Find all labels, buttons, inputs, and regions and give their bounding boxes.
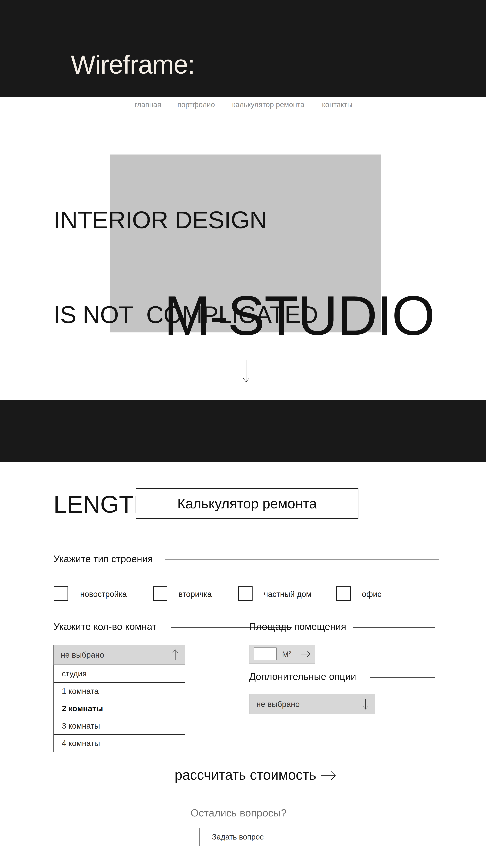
divider-band-top	[0, 400, 486, 462]
area-input[interactable]	[254, 648, 277, 660]
rooms-select[interactable]: не выбрано	[54, 645, 185, 665]
extra-options-label: Доплонительные опции	[249, 671, 356, 682]
calculator-title: Калькулятор ремонта	[177, 496, 317, 512]
ask-question-button[interactable]: Задать вопрос	[199, 828, 276, 846]
area-unit-label: М2	[282, 650, 291, 659]
building-type-label: Укажите тип строения	[54, 553, 153, 564]
chevron-up-icon	[172, 649, 179, 661]
divider-line	[165, 559, 439, 559]
area-submit-arrow-icon[interactable]	[301, 651, 311, 658]
rooms-option-3[interactable]: 3 комнаты	[54, 717, 185, 734]
extra-options-select[interactable]: не выбрано	[249, 694, 375, 714]
checkbox-label: частный дом	[264, 590, 312, 598]
rooms-option-studio[interactable]: студия	[54, 665, 185, 682]
nav-item-contacts[interactable]: контакты	[322, 100, 353, 109]
checkbox-label: новостройка	[80, 590, 127, 598]
chevron-down-icon	[362, 699, 369, 710]
rooms-label: Укажите кол-во комнат	[54, 621, 157, 632]
wireframe-page: Wireframe: главная портфолио калькулятор…	[0, 0, 486, 868]
cover-title: Wireframe:	[71, 51, 195, 79]
nav-item-calculator[interactable]: калькулятор ремонта	[232, 100, 304, 109]
rooms-option-4[interactable]: 4 комнаты	[54, 734, 185, 752]
rooms-option-1[interactable]: 1 комната	[54, 682, 185, 700]
rooms-option-2[interactable]: 2 комнаты	[54, 700, 185, 717]
brand-title: M-STUDIO	[164, 287, 434, 344]
checkbox-office[interactable]	[336, 586, 351, 601]
divider-line	[370, 677, 434, 678]
checkbox-private-house[interactable]	[238, 586, 253, 601]
rooms-select-value: не выбрано	[61, 650, 104, 659]
questions-text: Остались вопросы?	[191, 807, 287, 819]
checkbox-label: вторичка	[179, 590, 212, 598]
right-arrow-icon	[321, 770, 336, 781]
scroll-down-icon[interactable]	[242, 360, 250, 383]
area-label: Площадь помещения	[249, 621, 346, 632]
checkbox-label: офис	[362, 590, 381, 598]
calculate-cost-button[interactable]: рассчитать стоимость	[174, 768, 336, 784]
extra-options-value: не выбрано	[256, 700, 300, 709]
nav-item-home[interactable]: главная	[134, 100, 161, 109]
nav-item-portfolio[interactable]: портфолио	[177, 100, 215, 109]
hero-headline-line: INTERIOR DESIGN	[54, 204, 318, 236]
calculator-title-box: Калькулятор ремонта	[136, 488, 358, 519]
checkbox-new-building[interactable]	[54, 586, 68, 601]
checkbox-secondary[interactable]	[153, 586, 167, 601]
area-input-group: М2	[249, 645, 315, 663]
rooms-options-list: студия 1 комната 2 комнаты 3 комнаты 4 к…	[54, 665, 185, 752]
divider-line	[353, 627, 434, 628]
cover-section: Wireframe:	[0, 0, 486, 97]
